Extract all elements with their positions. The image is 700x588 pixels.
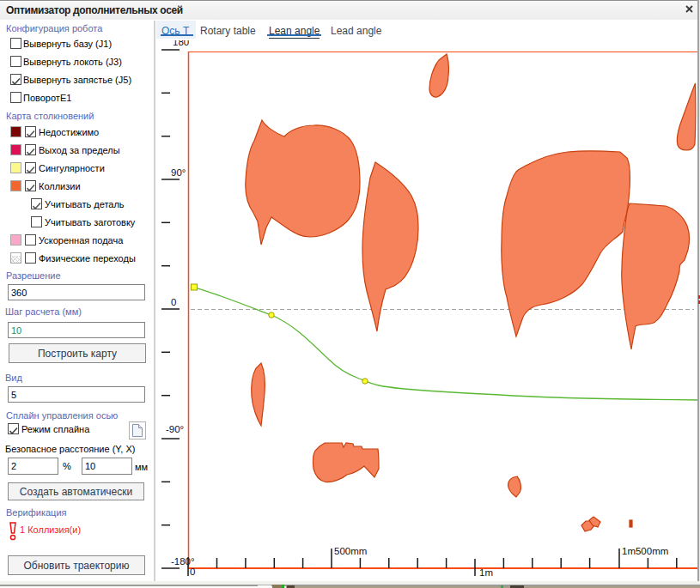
svg-text:500mm: 500mm [334,546,367,556]
svg-text:1m500mm: 1m500mm [622,546,668,556]
svg-text:0: 0 [171,297,176,307]
svg-text:90°: 90° [171,167,186,178]
svg-text:1m: 1m [479,567,493,578]
svg-text:-90°: -90° [166,424,184,434]
svg-text:180: 180 [173,40,189,47]
svg-text:0: 0 [190,567,195,577]
svg-text:-180°: -180° [171,556,195,567]
